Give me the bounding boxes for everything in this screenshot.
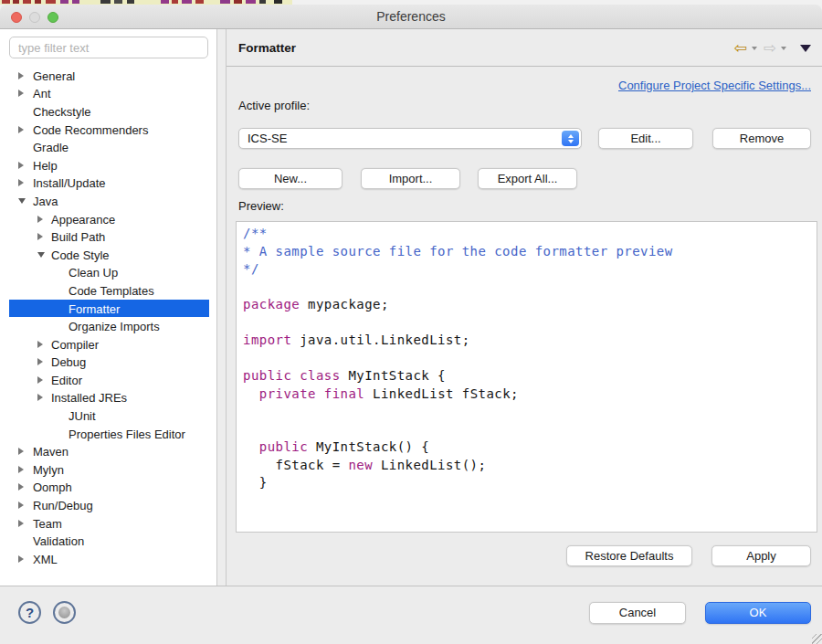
filter-input[interactable] xyxy=(9,37,208,58)
sidebar-item-label: Code Templates xyxy=(68,283,154,297)
sidebar-item-formatter[interactable]: Formatter xyxy=(9,300,209,318)
sidebar-item-label: Editor xyxy=(51,373,82,386)
sidebar-item-label: Team xyxy=(33,516,62,530)
expanded-arrow-icon[interactable] xyxy=(37,252,45,258)
export-all-button[interactable]: Export All... xyxy=(478,168,577,189)
sidebar-item-label: Validation xyxy=(33,534,84,548)
sidebar-item-editor[interactable]: Editor xyxy=(9,371,209,389)
apply-button[interactable]: Apply xyxy=(711,545,811,566)
window-title: Preferences xyxy=(0,5,822,29)
code-line: import java.util.LinkedList; xyxy=(243,333,810,351)
back-arrow-icon[interactable]: ⇦ xyxy=(734,40,747,56)
dialog-footer: ? Cancel OK xyxy=(0,586,822,644)
sidebar-item-code-templates[interactable]: Code Templates xyxy=(9,281,209,300)
sidebar-item-label: Install/Update xyxy=(33,176,106,190)
sidebar-item-label: Maven xyxy=(33,445,68,459)
collapsed-arrow-icon[interactable] xyxy=(18,555,24,563)
edit-button[interactable]: Edit... xyxy=(598,128,693,149)
help-button[interactable]: ? xyxy=(18,601,41,624)
sidebar-item-debug[interactable]: Debug xyxy=(9,354,209,372)
collapsed-arrow-icon[interactable] xyxy=(37,358,43,365)
collapsed-arrow-icon[interactable] xyxy=(18,448,24,455)
code-preview[interactable]: /*** A sample source file for the code f… xyxy=(236,221,817,533)
collapsed-arrow-icon[interactable] xyxy=(18,466,24,473)
sidebar-item-installed-jres[interactable]: Installed JREs xyxy=(9,389,209,407)
collapsed-arrow-icon[interactable] xyxy=(37,394,43,401)
sidebar-item-gradle[interactable]: Gradle xyxy=(9,138,209,156)
sidebar-item-label: Gradle xyxy=(33,141,68,154)
collapsed-arrow-icon[interactable] xyxy=(37,216,43,223)
view-menu-icon[interactable] xyxy=(800,45,811,52)
active-profile-label: Active profile: xyxy=(238,99,310,112)
back-history-dropdown-icon[interactable] xyxy=(752,47,757,50)
sidebar-item-maven[interactable]: Maven xyxy=(9,442,209,460)
sidebar-item-label: XML xyxy=(33,552,58,565)
sidebar-item-code-recommenders[interactable]: Code Recommenders xyxy=(9,121,209,139)
import-button[interactable]: Import... xyxy=(361,168,460,189)
code-line xyxy=(243,315,810,333)
formatter-page: Formatter ⇦ ⇨ Configure Project Specific… xyxy=(227,29,822,586)
sidebar-item-code-style[interactable]: Code Style xyxy=(9,246,209,264)
sidebar-item-label: Formatter xyxy=(68,301,120,315)
collapsed-arrow-icon[interactable] xyxy=(18,483,24,491)
sidebar-item-label: Compiler xyxy=(51,337,99,351)
combo-stepper-icon xyxy=(562,131,579,146)
collapsed-arrow-icon[interactable] xyxy=(37,376,43,384)
sidebar-item-mylyn[interactable]: Mylyn xyxy=(9,460,209,479)
remove-button[interactable]: Remove xyxy=(712,128,811,149)
sidebar-item-team[interactable]: Team xyxy=(9,514,209,533)
sidebar-item-checkstyle[interactable]: Checkstyle xyxy=(9,102,209,121)
sidebar-item-label: Mylyn xyxy=(33,462,64,476)
collapsed-arrow-icon[interactable] xyxy=(18,126,24,133)
collapsed-arrow-icon[interactable] xyxy=(18,72,24,79)
resize-grip[interactable] xyxy=(812,634,822,644)
preference-recorder-button[interactable] xyxy=(53,601,76,624)
sidebar-item-validation[interactable]: Validation xyxy=(9,532,209,550)
code-line xyxy=(243,351,810,369)
collapsed-arrow-icon[interactable] xyxy=(18,162,24,169)
sidebar-item-install-update[interactable]: Install/Update xyxy=(9,174,209,193)
sidebar-item-label: Code Recommenders xyxy=(33,122,148,136)
sidebar-item-label: Code Style xyxy=(51,248,110,261)
restore-defaults-button[interactable]: Restore Defaults xyxy=(566,545,692,566)
sidebar-item-clean-up[interactable]: Clean Up xyxy=(9,264,209,282)
active-profile-select[interactable]: ICS-SE xyxy=(238,128,582,149)
sidebar-item-ant[interactable]: Ant xyxy=(9,85,209,103)
collapsed-arrow-icon[interactable] xyxy=(18,90,24,97)
sidebar-item-appearance[interactable]: Appearance xyxy=(9,210,209,228)
forward-arrow-icon[interactable]: ⇨ xyxy=(764,40,776,56)
sidebar-item-label: JUnit xyxy=(68,409,96,423)
sidebar-item-general[interactable]: General xyxy=(9,67,209,85)
expanded-arrow-icon[interactable] xyxy=(18,198,26,204)
sidebar-item-oomph[interactable]: Oomph xyxy=(9,479,209,497)
sidebar-item-xml[interactable]: XML xyxy=(9,550,209,568)
collapsed-arrow-icon[interactable] xyxy=(37,233,43,240)
sidebar-item-label: Help xyxy=(33,158,58,172)
title-bar[interactable]: Preferences xyxy=(0,5,822,29)
sidebar-item-help[interactable]: Help xyxy=(9,156,209,174)
sidebar-item-properties-files-editor[interactable]: Properties Files Editor xyxy=(9,425,209,443)
configure-project-specific-settings-link[interactable]: Configure Project Specific Settings... xyxy=(618,79,811,92)
collapsed-arrow-icon[interactable] xyxy=(37,341,43,348)
ok-button[interactable]: OK xyxy=(705,602,811,624)
sidebar-item-java[interactable]: Java xyxy=(9,192,209,210)
code-line: fStack = new LinkedList(); xyxy=(243,458,810,476)
cancel-button[interactable]: Cancel xyxy=(589,602,686,624)
sidebar-item-run-debug[interactable]: Run/Debug xyxy=(9,496,209,514)
sidebar-item-label: Organize Imports xyxy=(68,320,160,333)
collapsed-arrow-icon[interactable] xyxy=(18,501,24,509)
code-line: public class MyIntStack { xyxy=(243,368,810,386)
sidebar-item-build-path[interactable]: Build Path xyxy=(9,227,209,246)
code-line xyxy=(243,404,810,422)
sidebar-item-junit[interactable]: JUnit xyxy=(9,406,209,425)
code-line: } xyxy=(243,475,810,493)
collapsed-arrow-icon[interactable] xyxy=(18,520,24,527)
sidebar-item-compiler[interactable]: Compiler xyxy=(9,335,209,354)
sidebar-item-label: Checkstyle xyxy=(33,104,91,118)
collapsed-arrow-icon[interactable] xyxy=(18,179,24,186)
new-button[interactable]: New... xyxy=(238,168,342,189)
sidebar-scrollbar-track[interactable] xyxy=(217,29,227,586)
sidebar-item-label: Run/Debug xyxy=(33,499,93,512)
forward-history-dropdown-icon[interactable] xyxy=(781,47,786,50)
sidebar-item-organize-imports[interactable]: Organize Imports xyxy=(9,317,209,335)
